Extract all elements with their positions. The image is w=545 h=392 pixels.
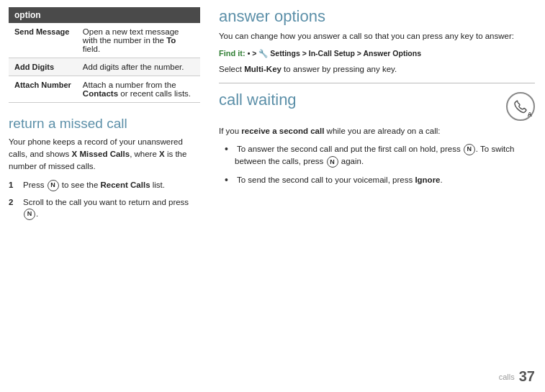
- answer-options-title: answer options: [219, 7, 535, 26]
- phone-icon-badge: A: [506, 92, 535, 121]
- return-missed-intro: Your phone keeps a record of your unansw…: [9, 136, 200, 173]
- table-header: option: [9, 7, 200, 23]
- ignore-label: Ignore: [415, 176, 440, 184]
- find-dot: •: [248, 49, 251, 58]
- list-item: • To answer the second call and put the …: [225, 143, 535, 168]
- table-desc-1: Open a new text message with the number …: [77, 23, 200, 58]
- step-text-1: Press N to see the Recent Calls list.: [23, 179, 165, 191]
- option-table: option Send Message Open a new text mess…: [9, 7, 200, 103]
- settings-label: 🔧 Settings: [258, 49, 299, 58]
- call-waiting-title: call waiting: [219, 91, 500, 109]
- call-waiting-bullets: • To answer the second call and put the …: [225, 143, 535, 186]
- call-waiting-header: call waiting A: [219, 91, 535, 121]
- answer-options-intro: You can change how you answer a call so …: [219, 30, 535, 42]
- table-row: Add Digits Add digits after the number.: [9, 58, 200, 76]
- to-field-label: To: [166, 36, 176, 45]
- find-it: Find it: • > 🔧 Settings > In-Call Setup …: [219, 49, 535, 58]
- table-option-1: Send Message: [9, 23, 77, 58]
- x-missed-calls: X Missed Calls: [72, 150, 130, 158]
- bullet-text-1: To answer the second call and put the fi…: [235, 143, 535, 168]
- section-divider: [219, 83, 535, 83]
- table-row: Attach Number Attach a number from the C…: [9, 76, 200, 103]
- left-column: option Send Message Open a new text mess…: [0, 0, 209, 392]
- x-label: X: [159, 150, 165, 158]
- contacts-label: Contacts: [83, 89, 118, 98]
- table-row: Send Message Open a new text message wit…: [9, 23, 200, 58]
- multi-key-label: Multi-Key: [244, 65, 281, 73]
- n-icon-1: N: [48, 180, 59, 191]
- bullet-text-2: To send the second call to your voicemai…: [235, 174, 443, 186]
- phone-icon: [513, 99, 528, 114]
- n-icon-4: N: [327, 156, 338, 168]
- find-arrow-2: >: [302, 49, 309, 58]
- bullet-1: •: [225, 143, 235, 168]
- right-column: answer options You can change how you an…: [209, 0, 545, 392]
- step-num-1: 1: [9, 179, 20, 191]
- find-it-label: Find it:: [219, 49, 248, 58]
- n-icon-3: N: [464, 144, 475, 155]
- call-waiting-title-wrap: call waiting: [219, 91, 500, 114]
- return-missed-title: return a missed call: [9, 116, 200, 132]
- badge-a: A: [528, 111, 533, 118]
- page-footer: calls 37: [499, 368, 535, 385]
- step-num-2: 2: [9, 196, 20, 220]
- select-multi-key: Select Multi-Key to answer by pressing a…: [219, 63, 535, 76]
- find-it-path: • > 🔧 Settings > In-Call Setup > Answer …: [248, 49, 421, 58]
- recent-calls-label: Recent Calls: [101, 181, 150, 189]
- table-option-3: Attach Number: [9, 76, 77, 103]
- receive-second-call: receive a second call: [241, 127, 324, 135]
- incall-setup-label: In-Call Setup: [309, 49, 355, 58]
- list-item: 2 Scroll to the call you want to return …: [9, 196, 200, 220]
- n-icon-2: N: [24, 209, 35, 220]
- bullet-2: •: [225, 174, 235, 186]
- table-desc-3: Attach a number from the Contacts or rec…: [77, 76, 200, 103]
- footer-page-num: 37: [519, 368, 535, 385]
- return-missed-steps: 1 Press N to see the Recent Calls list. …: [9, 179, 200, 220]
- answer-options-label: Answer Options: [363, 49, 421, 58]
- step-text-2: Scroll to the call you want to return an…: [23, 196, 200, 220]
- list-item: • To send the second call to your voicem…: [225, 174, 535, 186]
- footer-word: calls: [499, 373, 515, 381]
- table-option-2: Add Digits: [9, 58, 77, 76]
- call-waiting-intro: If you receive a second call while you a…: [219, 125, 535, 137]
- list-item: 1 Press N to see the Recent Calls list.: [9, 179, 200, 191]
- table-desc-2: Add digits after the number.: [77, 58, 200, 76]
